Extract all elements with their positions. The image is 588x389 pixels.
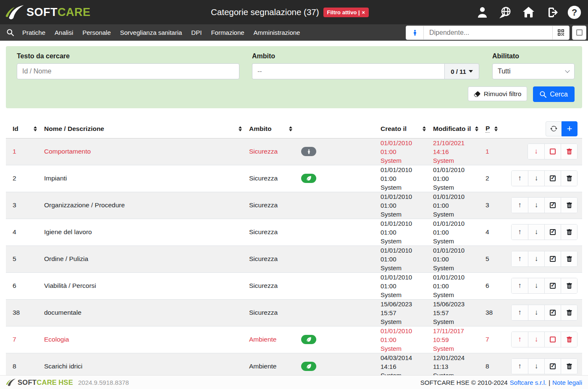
nav-item-amministrazione[interactable]: Amministrazione bbox=[254, 29, 300, 36]
ambito-input[interactable] bbox=[252, 63, 444, 79]
sort-icon[interactable] bbox=[423, 126, 426, 131]
cell-id: 3 bbox=[6, 192, 38, 219]
move-down-button[interactable]: ↓ bbox=[528, 251, 544, 266]
plus-icon: + bbox=[567, 124, 572, 133]
move-down-button[interactable]: ↓ bbox=[528, 225, 544, 240]
table-row[interactable]: 6 Viabilità / Percorsi Sicurezza 01/01/2… bbox=[6, 272, 582, 299]
clear-filter-icon[interactable]: × bbox=[362, 9, 365, 16]
column-header-id[interactable]: Id bbox=[13, 125, 18, 133]
column-header-ambito[interactable]: Ambito bbox=[249, 125, 271, 133]
toggle-enabled-button[interactable] bbox=[544, 198, 561, 213]
logout-button[interactable] bbox=[545, 6, 558, 19]
active-filter-badge[interactable]: Filtro attivo | × bbox=[323, 8, 369, 17]
cell-name[interactable]: Ecologia bbox=[38, 326, 243, 353]
toggle-enabled-button[interactable] bbox=[544, 225, 561, 240]
remove-filter-button[interactable]: Rimuovi filtro bbox=[468, 86, 528, 101]
row-action-group: ↑↓ bbox=[511, 332, 578, 347]
column-header-modified[interactable]: Modificato il bbox=[433, 125, 471, 133]
move-down-button[interactable]: ↓ bbox=[528, 305, 544, 320]
softcare-logo[interactable]: SOFTCARE bbox=[5, 3, 91, 21]
cell-name[interactable]: Igiene del lavoro bbox=[38, 219, 243, 245]
language-button[interactable] bbox=[499, 5, 512, 19]
sort-icon[interactable] bbox=[34, 126, 37, 131]
cell-actions: ↑↓ bbox=[499, 272, 582, 299]
employee-search-input[interactable] bbox=[424, 26, 552, 39]
nav-item-pratiche[interactable]: Pratiche bbox=[22, 29, 45, 36]
column-header-created[interactable]: Creato il bbox=[381, 125, 407, 133]
table-row[interactable]: 3 Organizzazione / Procedure Sicurezza 0… bbox=[6, 192, 582, 219]
toggle-enabled-button[interactable] bbox=[544, 305, 561, 320]
toggle-enabled-button[interactable] bbox=[544, 171, 561, 186]
user-button[interactable] bbox=[476, 6, 489, 19]
table-row[interactable]: 7 Ecologia Ambiente 01/01/2010 01:00 Sys… bbox=[6, 326, 582, 353]
add-category-button[interactable]: + bbox=[562, 121, 578, 136]
table-row[interactable]: 4 Igiene del lavoro Sicurezza 01/01/2010… bbox=[6, 219, 582, 245]
qr-code-button[interactable] bbox=[552, 26, 569, 39]
delete-button[interactable] bbox=[561, 198, 577, 213]
move-up-button[interactable]: ↑ bbox=[512, 251, 528, 266]
cell-name[interactable]: documentale bbox=[38, 299, 243, 326]
column-header-priority[interactable]: P bbox=[486, 125, 490, 133]
cell-name[interactable]: Viabilità / Percorsi bbox=[38, 272, 243, 299]
sort-icon[interactable] bbox=[475, 126, 478, 131]
delete-button[interactable] bbox=[561, 278, 577, 293]
move-up-button[interactable]: ↑ bbox=[512, 171, 528, 186]
toggle-enabled-button[interactable] bbox=[544, 251, 561, 266]
move-up-button[interactable]: ↑ bbox=[512, 305, 528, 320]
help-button[interactable]: ? bbox=[567, 5, 581, 19]
move-down-button[interactable]: ↓ bbox=[528, 332, 544, 347]
legal-link[interactable]: Note legali bbox=[552, 379, 582, 386]
nav-item-formazione[interactable]: Formazione bbox=[211, 29, 244, 36]
sort-icon[interactable] bbox=[239, 126, 242, 131]
nav-item-dpi[interactable]: DPI bbox=[191, 29, 202, 36]
trash-icon bbox=[566, 202, 572, 209]
cell-name[interactable]: Organizzazione / Procedure bbox=[38, 192, 243, 219]
ambito-count-dropdown[interactable]: 0 / 11 bbox=[444, 63, 479, 79]
move-up-button[interactable]: ↑ bbox=[512, 359, 528, 374]
filter-text-input[interactable] bbox=[17, 63, 239, 79]
delete-button[interactable] bbox=[561, 171, 577, 186]
refresh-button[interactable] bbox=[546, 121, 562, 136]
window-mode-button[interactable] bbox=[572, 26, 586, 40]
employee-person-button[interactable] bbox=[406, 26, 424, 39]
delete-button[interactable] bbox=[561, 144, 577, 159]
move-down-button[interactable]: ↓ bbox=[528, 359, 544, 374]
table-row[interactable]: 5 Ordine / Pulizia Sicurezza 01/01/2010 … bbox=[6, 245, 582, 272]
nav-item-analisi[interactable]: Analisi bbox=[55, 29, 73, 36]
table-row[interactable]: 38 documentale Sicurezza 15/06/2023 15:5… bbox=[6, 299, 582, 326]
table-toolbar: + bbox=[499, 121, 578, 136]
cell-name[interactable]: Impianti bbox=[38, 165, 243, 192]
cell-name[interactable]: Comportamento bbox=[38, 138, 243, 165]
delete-button[interactable] bbox=[561, 225, 577, 240]
delete-button[interactable] bbox=[561, 359, 577, 374]
abilitato-select[interactable]: Tutti bbox=[492, 63, 575, 79]
table-row[interactable]: 1 Comportamento Sicurezza 01/01/2010 01:… bbox=[6, 138, 582, 165]
nav-item-personale[interactable]: Personale bbox=[82, 29, 111, 36]
move-up-button[interactable]: ↑ bbox=[512, 225, 528, 240]
toggle-enabled-button[interactable] bbox=[544, 144, 561, 159]
move-down-button[interactable]: ↓ bbox=[528, 198, 544, 213]
move-up-button[interactable]: ↑ bbox=[512, 332, 528, 347]
move-up-button[interactable]: ↑ bbox=[512, 198, 528, 213]
delete-button[interactable] bbox=[561, 332, 577, 347]
company-link[interactable]: Softcare s.r.l. bbox=[510, 379, 547, 386]
toggle-enabled-button[interactable] bbox=[544, 359, 561, 374]
move-down-button[interactable]: ↓ bbox=[528, 278, 544, 293]
sort-icon[interactable] bbox=[494, 126, 498, 131]
move-up-button[interactable]: ↑ bbox=[512, 278, 528, 293]
nav-search-button[interactable] bbox=[7, 29, 14, 36]
move-down-button[interactable]: ↓ bbox=[528, 171, 544, 186]
column-header-name[interactable]: Nome / Descrizione bbox=[44, 125, 104, 133]
table-row[interactable]: 2 Impianti Sicurezza 01/01/2010 01:00 Sy… bbox=[6, 165, 582, 192]
delete-button[interactable] bbox=[561, 305, 577, 320]
toggle-enabled-button[interactable] bbox=[544, 278, 561, 293]
search-submit-button[interactable]: Cerca bbox=[533, 86, 575, 102]
cell-name[interactable]: Ordine / Pulizia bbox=[38, 245, 243, 272]
delete-button[interactable] bbox=[561, 251, 577, 266]
move-down-button[interactable]: ↓ bbox=[528, 144, 544, 159]
toggle-enabled-button[interactable] bbox=[544, 332, 561, 347]
home-button[interactable] bbox=[522, 6, 535, 19]
nav-item-sorveglianza-sanitaria[interactable]: Sorveglianza sanitaria bbox=[120, 29, 182, 36]
cell-ambito: Sicurezza bbox=[243, 219, 294, 245]
sort-icon[interactable] bbox=[289, 126, 292, 131]
